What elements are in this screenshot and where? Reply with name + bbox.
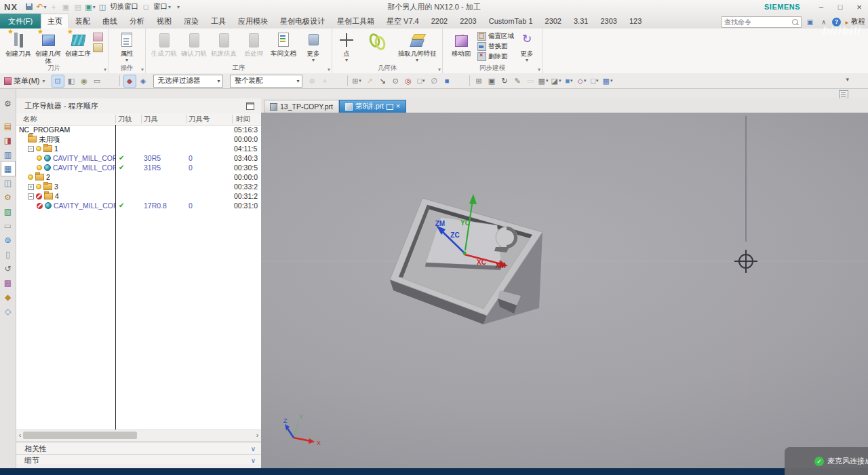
maximize-button[interactable] [835,3,845,11]
ribbon-tab[interactable]: 视图 [151,14,178,28]
pick-arrow-icon[interactable]: ↘ [377,75,389,87]
window-menu-label[interactable]: 窗口 [153,2,171,12]
derived-point-icon[interactable]: ⊕ [307,75,318,87]
group-dropdown-icon[interactable] [438,66,441,73]
scroll-left-icon[interactable]: ‹ [19,432,21,439]
solid-cube-icon[interactable]: ■ [441,75,453,87]
undock-icon[interactable] [246,102,254,110]
highlight-select-icon[interactable]: ◉ [79,75,90,87]
command-search[interactable] [722,16,802,28]
ribbon-tab[interactable]: 曲线 [96,14,123,28]
expand-toggle[interactable]: + [28,184,34,190]
ribbon-tab[interactable]: 2202 [425,14,454,28]
layout-icon[interactable]: ▦ [602,75,614,87]
column-time[interactable]: 时间 [236,115,250,124]
create-geometry-button[interactable]: 创建几何体 [33,30,63,64]
search-input[interactable] [722,18,792,26]
grid-table-icon[interactable]: ▦ [538,75,549,87]
measure-icon[interactable]: + [319,75,331,87]
brush-icon[interactable]: ✎ [512,75,524,87]
column-toolnum[interactable]: 刀具号 [189,115,210,124]
show-hide-icon[interactable]: ∅ [429,75,440,87]
web-browser-icon[interactable]: ⊚ [1,233,15,247]
ribbon-tab[interactable]: 分析 [123,14,151,28]
ribbon-tab[interactable]: 123 [623,14,648,28]
expand-toggle[interactable]: − [28,146,34,152]
create-operation-button[interactable]: 创建工序 [63,30,93,58]
switch-window-icon[interactable]: ◫ [97,2,108,12]
wave-geometry-linker-button[interactable] [357,30,395,50]
ribbon-tab[interactable]: 星创电极设计 [274,14,331,28]
qat-overflow-icon[interactable]: ▾ [173,2,184,12]
shop-doc-button[interactable]: 车间文档 [269,30,298,58]
table-row[interactable]: CAVITY_MILL_COPY... 17R0.8 0 00:31:0 [16,201,261,210]
ribbon-tab[interactable]: 星创工具箱 [331,14,380,28]
selection-scope-dropdown[interactable]: 整个装配 [230,75,302,88]
delete-face-button[interactable]: 删除面 [477,52,514,60]
expand-toggle[interactable]: − [28,193,34,200]
menu-button[interactable]: 菜单(M) [4,76,45,86]
table-row[interactable]: CAVITY_MILL_COPY 31R5 0 00:30:5 [16,163,261,172]
selection-filter-dropdown[interactable]: 无选择过滤器 [153,75,223,88]
orange-arrow-icon[interactable]: ↗ [364,75,376,87]
snap-midpoint-icon[interactable]: ◆ [123,75,136,88]
create-method-icon[interactable] [93,43,103,52]
point-button[interactable]: 点 [336,30,357,62]
machine-tool-navigator-icon[interactable]: ◫ [1,176,15,190]
column-name[interactable]: 名称 [23,115,37,124]
doc-tab-inactive[interactable]: 13_TP-COPY.prt [264,100,339,113]
table-row[interactable]: 2 00:00:0 [16,172,261,182]
toolbar-icon[interactable] [454,75,466,87]
properties-button[interactable]: 属性 [112,30,142,62]
dependencies-section[interactable]: 相关性 [16,442,261,455]
ribbon-tab[interactable]: 工具 [205,14,232,28]
ribbon-tab[interactable]: CustomTab 1 [483,14,539,28]
switch-window-label[interactable]: 切换窗口 [110,2,138,12]
group-dropdown-icon[interactable] [328,66,330,73]
process-more-button[interactable]: 更多 [298,30,328,62]
system-materials-icon[interactable]: ◇ [1,304,15,318]
minimize-button[interactable] [816,3,826,11]
render-style-icon[interactable]: ◇ [576,75,588,87]
graphics-viewport[interactable]: ZM ZC YC XC XM Z X Y [261,113,868,468]
constraint-navigator-icon[interactable]: ◨ [1,133,15,147]
move-face-button[interactable]: 移动面 [446,30,476,58]
ribbon-tab[interactable]: 2302 [539,14,568,28]
snap-point-icon[interactable]: ⊡ [52,75,64,88]
table-row[interactable]: NC_PROGRAM 05:16:3 [16,125,261,134]
snap-quadrant-icon[interactable]: ◈ [138,75,149,87]
toolbar-overflow-icon[interactable] [846,76,849,83]
scrollbar-thumb[interactable] [23,432,137,439]
zoom-window-icon[interactable]: ⊞ [473,75,485,87]
group-dropdown-icon[interactable] [141,66,144,73]
scroll-right-icon[interactable]: › [256,432,258,439]
create-tool-button[interactable]: 创建刀具 [3,30,33,58]
table-row[interactable]: 未用项 00:00:0 [16,134,261,144]
templates-icon[interactable]: ▧ [1,204,15,218]
shaded-view-icon[interactable]: ■ [564,75,575,87]
ribbon-tab[interactable]: 主页 [41,14,69,28]
history-icon[interactable]: ↺ [1,261,15,276]
table-row[interactable]: + 3 00:33:2 [16,182,261,191]
table-row[interactable]: − 1 04:11:5 [16,144,261,153]
lasso-select-icon[interactable]: ▭ [92,75,103,87]
window-icon[interactable]: □ [140,2,151,12]
restore-window-icon[interactable] [387,104,393,110]
notes-icon[interactable]: ▯ [1,247,15,261]
save-icon[interactable] [24,2,35,12]
create-program-icon[interactable] [93,33,103,41]
palette-icon[interactable]: ▩ [1,276,15,290]
extract-geometry-button[interactable]: 抽取几何特征 [395,30,439,62]
column-tool[interactable]: 刀具 [144,115,158,124]
plus-box-icon[interactable]: ⊞ [351,75,363,87]
ribbon-tab[interactable]: 渲染 [178,14,205,28]
panel-icon[interactable] [805,17,815,27]
group-dropdown-icon[interactable] [104,66,106,73]
ribbon-tab[interactable]: 2303 [594,14,623,28]
cad-model[interactable] [390,198,542,324]
undo-icon[interactable]: ↶ [36,2,47,12]
ribbon-tab[interactable]: 3.31 [568,14,594,28]
clip-section-icon[interactable]: ◪ [551,75,562,87]
process-assistant-icon[interactable]: ⚙ [1,190,15,204]
close-button[interactable] [854,2,864,12]
